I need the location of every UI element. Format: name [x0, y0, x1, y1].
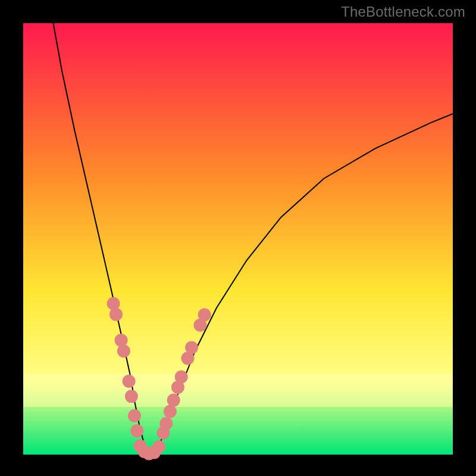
bead — [164, 405, 177, 418]
bead — [198, 308, 211, 321]
bead — [167, 394, 180, 407]
bead — [123, 375, 136, 388]
bead — [128, 409, 141, 422]
bead — [130, 424, 143, 437]
bead — [109, 308, 123, 321]
bead — [125, 390, 138, 403]
bead — [185, 341, 198, 354]
chart-svg — [0, 0, 476, 476]
bead — [159, 417, 173, 430]
chart-canvas: TheBottleneck.com — [0, 0, 476, 476]
bead — [117, 345, 130, 358]
bead — [175, 371, 188, 384]
bead — [152, 440, 165, 453]
highlight-band — [23, 374, 453, 407]
watermark-text: TheBottleneck.com — [341, 4, 465, 20]
